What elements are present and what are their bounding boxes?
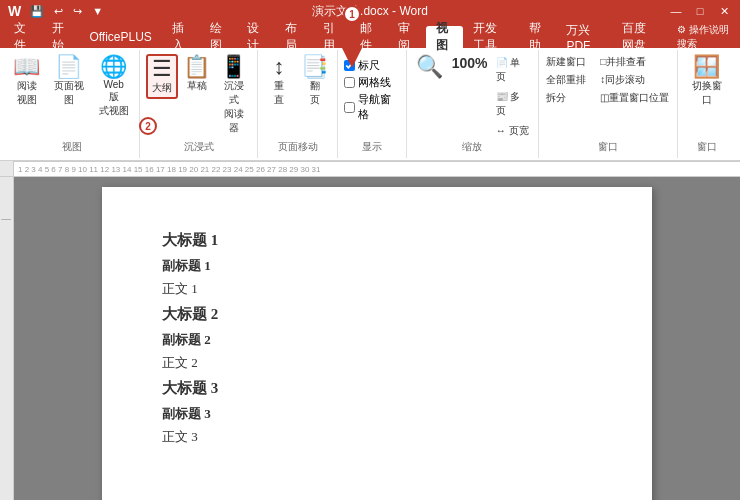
sync-scroll-btn[interactable]: ↕同步滚动	[596, 72, 673, 88]
doc-heading1-1: 大标题 1	[162, 227, 592, 254]
side-by-side-btn[interactable]: □并排查看	[596, 54, 673, 70]
zoom-label: 缩放	[413, 140, 532, 156]
document-page: 大标题 1 副标题 1 正文 1 大标题 2 副标题 2 正文 2 大标题 3 …	[102, 187, 652, 500]
redo-btn[interactable]: ↪	[70, 4, 85, 19]
vertical-btn[interactable]: ↕ 重直	[263, 54, 295, 109]
immersive-icon: 📱	[220, 56, 247, 78]
zoom-100-btn[interactable]: 100%	[448, 54, 490, 73]
tab-insert[interactable]: 插入	[162, 26, 200, 48]
reset-position-btn[interactable]: ◫重置窗口位置	[596, 90, 673, 106]
window-buttons: 新建窗口 全部重排 拆分 □并排查看 ↕同步滚动 ◫重置窗口位置	[542, 52, 673, 140]
show-label: 显示	[344, 140, 400, 156]
draft-btn[interactable]: 📋 草稿	[180, 54, 214, 95]
doc-body1-2: 正文 2	[162, 351, 592, 374]
arrange-all-btn[interactable]: 全部重排	[542, 72, 590, 88]
doc-heading1-2: 大标题 2	[162, 301, 592, 328]
switch-window-icon: 🪟	[693, 56, 720, 78]
zoom-options: 📄 单页 📰 多页 ↔ 页宽	[493, 54, 532, 140]
tab-layout[interactable]: 布局	[275, 26, 313, 48]
viewmode-label: 视图	[10, 140, 133, 156]
ruler-checkbox[interactable]: 标尺	[344, 58, 400, 73]
single-page-btn[interactable]: 📄 单页	[493, 54, 532, 86]
ruler-marks: 1 2 3 4 5 6 7 8 9 10 11 12 13 14 15 16 1…	[14, 165, 740, 174]
flip-btn[interactable]: 📑 翻页	[297, 54, 332, 109]
vertical-icon: ↕	[274, 56, 285, 78]
title-bar: W 💾 ↩ ↪ ▼ 演示文件.docx - Word — □ ✕	[0, 0, 740, 22]
horizontal-ruler: 1 2 3 4 5 6 7 8 9 10 11 12 13 14 15 16 1…	[14, 161, 740, 176]
gridlines-checkbox[interactable]: 网格线	[344, 75, 400, 90]
page-width-btn[interactable]: ↔ 页宽	[493, 122, 532, 140]
close-btn[interactable]: ✕	[716, 4, 732, 18]
show-options: 标尺 网格线 导航窗格	[344, 54, 400, 122]
tab-home[interactable]: 开始	[42, 26, 80, 48]
page-view-btn[interactable]: 📄 页面视图	[46, 54, 92, 109]
ruler-corner	[0, 161, 14, 176]
multi-page-btn[interactable]: 📰 多页	[493, 88, 532, 120]
ribbon-group-draft: ☰ 大纲 📋 草稿 📱 沉浸式阅读器 沉浸式	[140, 50, 258, 158]
zoom-buttons: 🔍 100% 📄 单页 📰 多页 ↔ 页宽	[413, 52, 532, 140]
tab-help[interactable]: 帮助	[519, 26, 557, 48]
maximize-btn[interactable]: □	[692, 4, 708, 18]
tab-baidu[interactable]: 百度网盘	[612, 26, 667, 48]
tab-draw[interactable]: 绘图	[200, 26, 238, 48]
window-col1: 新建窗口 全部重排 拆分	[542, 54, 590, 106]
tab-ref[interactable]: 引用	[313, 26, 351, 48]
ribbon-content: 📖 阅读视图 📄 页面视图 🌐 Web 版式视图 视图 ☰ 大纲 📋 草稿	[0, 48, 740, 161]
web-view-icon: 🌐	[100, 56, 127, 78]
multi-page-icon: 📰 多页	[496, 90, 529, 118]
undo-btn[interactable]: ↩	[51, 4, 66, 19]
web-view-btn[interactable]: 🌐 Web 版式视图	[94, 54, 134, 120]
document-scroll[interactable]: 大标题 1 副标题 1 正文 1 大标题 2 副标题 2 正文 2 大标题 3 …	[14, 177, 740, 500]
tab-file[interactable]: 文件	[4, 26, 42, 48]
switch-window-btn[interactable]: 🪟 切换窗口	[684, 54, 730, 109]
window-col2: □并排查看 ↕同步滚动 ◫重置窗口位置	[596, 54, 673, 106]
quick-access-toolbar: 💾 ↩ ↪ ▼	[27, 4, 106, 19]
navpane-checkbox[interactable]: 导航窗格	[344, 92, 400, 122]
switch-label: 窗口	[684, 140, 730, 156]
doc-body1-3: 正文 3	[162, 425, 592, 448]
window-label: 窗口	[545, 140, 671, 156]
split-btn[interactable]: 拆分	[542, 90, 590, 106]
word-logo: W	[8, 3, 21, 19]
outline-btn[interactable]: ☰ 大纲	[146, 54, 178, 99]
save-btn[interactable]: 💾	[27, 4, 47, 19]
switch-buttons: 🪟 切换窗口	[684, 52, 730, 140]
tab-search[interactable]: ⚙ 操作说明搜索	[667, 26, 740, 48]
tab-mail[interactable]: 邮件	[350, 26, 388, 48]
tab-design[interactable]: 设计	[237, 26, 275, 48]
read-view-btn[interactable]: 📖 阅读视图	[10, 54, 44, 109]
tab-view[interactable]: 视图	[426, 26, 464, 48]
title-left: W 💾 ↩ ↪ ▼	[8, 3, 106, 19]
tab-pdf[interactable]: 万兴PDF	[556, 26, 611, 48]
tab-review[interactable]: 审阅	[388, 26, 426, 48]
ribbon-group-pagemove: ↕ 重直 📑 翻页 页面移动	[258, 50, 337, 158]
draft-label: 沉浸式	[146, 140, 251, 156]
dropdown-btn[interactable]: ▼	[89, 4, 106, 18]
window-title: 演示文件.docx - Word	[312, 3, 428, 20]
tab-dev[interactable]: 开发工具	[463, 26, 518, 48]
immersive-reader-btn[interactable]: 📱 沉浸式阅读器	[215, 54, 251, 137]
zoom-icon: 🔍	[416, 56, 443, 78]
minimize-btn[interactable]: —	[668, 4, 684, 18]
outline-icon: ☰	[152, 58, 172, 80]
pagemove-buttons: ↕ 重直 📑 翻页	[263, 52, 332, 140]
ribbon-tab-row: 文件 开始 OfficePLUS 插入 绘图 设计 布局 引用 邮件 审阅 视图…	[0, 22, 740, 48]
doc-subheading1-3: 副标题 3	[162, 402, 592, 425]
zoom-100-icon: 100%	[452, 56, 488, 70]
ribbon-group-window: 新建窗口 全部重排 拆分 □并排查看 ↕同步滚动 ◫重置窗口位置 窗口	[539, 50, 678, 158]
show-checkboxes: 标尺 网格线 导航窗格	[344, 52, 400, 140]
draft-icon: 📋	[183, 56, 210, 78]
doc-body1-1: 正文 1	[162, 277, 592, 300]
ribbon-group-zoom: 🔍 100% 📄 单页 📰 多页 ↔ 页宽 缩放	[407, 50, 539, 158]
flip-icon: 📑	[301, 56, 328, 78]
tab-officeplus[interactable]: OfficePLUS	[79, 26, 161, 48]
zoom-dialog-btn[interactable]: 🔍	[413, 54, 447, 81]
single-page-icon: 📄 单页	[496, 56, 529, 84]
page-width-icon: ↔ 页宽	[496, 124, 529, 138]
ribbon-group-switch: 🪟 切换窗口 窗口	[678, 50, 736, 158]
doc-subheading1-1: 副标题 1	[162, 254, 592, 277]
new-window-btn[interactable]: 新建窗口	[542, 54, 590, 70]
doc-heading1-3: 大标题 3	[162, 375, 592, 402]
page-view-icon: 📄	[55, 56, 82, 78]
pagemove-label: 页面移动	[264, 140, 330, 156]
